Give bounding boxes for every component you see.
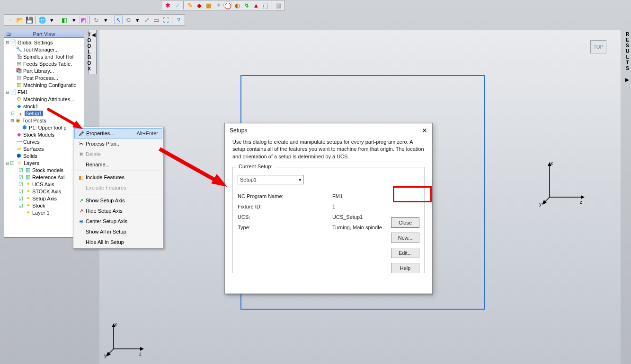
feat-icon-10[interactable]: ▲ (252, 1, 260, 9)
ctx-properties[interactable]: 🖉 PProperties...roperties... Alt+Enter (74, 128, 162, 139)
ctx-separator (75, 194, 161, 194)
tree-post-process[interactable]: ▤Post Process... (4, 74, 84, 81)
ctx-process-plan[interactable]: ✂Process Plan... (74, 139, 162, 149)
tree-part-library[interactable]: 📚Part Library... (4, 67, 84, 74)
dropdown-icon-2[interactable]: ▾ (70, 16, 78, 24)
center-axis-icon: ⊕ (76, 218, 86, 225)
svg-text:x: x (551, 161, 553, 166)
feat-icon-12[interactable]: ▥ (274, 1, 283, 9)
new-file-icon[interactable]: ▫ (6, 16, 15, 24)
feat-icon-11[interactable]: ⬚ (261, 1, 270, 9)
open-file-icon[interactable]: 📂 (16, 16, 24, 24)
tree-layer-stockaxis[interactable]: ✦STOCK Axis (4, 188, 84, 195)
save-icon[interactable]: 💾 (25, 16, 34, 24)
dropdown-icon[interactable]: ▾ (47, 16, 56, 24)
tree-layer-stockmodels[interactable]: ▥Stock models (4, 166, 84, 173)
dialog-shadow (225, 294, 433, 295)
dropdown-icon-4[interactable]: ▾ (133, 16, 142, 24)
part-view-title-text: Part View (33, 31, 55, 37)
axis-main: x z y (535, 159, 587, 211)
tree-machining-attr[interactable]: ⚙Machining Attributes... (4, 95, 84, 103)
ctx-delete: ✖Delete (74, 149, 162, 159)
svg-marker-4 (581, 195, 585, 199)
help-button[interactable]: Help (391, 263, 419, 273)
help-icon[interactable]: ? (174, 16, 183, 24)
chevron-down-icon: ▾ (299, 177, 302, 183)
tree-layer-stock[interactable]: ✦Stock (4, 202, 84, 209)
combo-value: Setup1 (240, 177, 257, 182)
svg-marker-13 (140, 347, 144, 351)
results-tab[interactable]: RESULTS ▶ (623, 30, 630, 84)
checkbox-checked-icon[interactable] (10, 160, 15, 165)
ctx-include[interactable]: ◧Include Features (74, 172, 162, 182)
tree-stock-models[interactable]: ◆Stock Models (4, 131, 84, 138)
kv-fixture: Fixture ID:1 (238, 201, 419, 212)
fieldset-legend: Current Setup: (237, 164, 275, 169)
tree-feeds[interactable]: ▤Feeds Speeds Table. (4, 60, 84, 67)
setup-dropdown[interactable]: Setup1 ▾ (238, 175, 304, 184)
ctx-rename[interactable]: Rename... (74, 159, 162, 170)
feat-icon-8[interactable]: ◐ (233, 1, 241, 9)
dropdown-icon-3[interactable]: ▾ (101, 16, 110, 24)
screen-icon[interactable]: ▭ (152, 16, 160, 24)
tree-tool-manager[interactable]: 🔧Tool Manager... (4, 46, 84, 53)
pointer-icon[interactable]: ↖ (114, 16, 123, 24)
tree-curves[interactable]: 〰Curves (4, 138, 84, 145)
tree-layer-layer1[interactable]: ✦Layer 1 (4, 209, 84, 216)
collapse-arrow-icon: ◀ (92, 32, 96, 37)
results-label: RESULTS (625, 32, 630, 71)
tree-stock1[interactable]: ◆stock1 (4, 103, 84, 110)
close-icon[interactable]: ✕ (422, 127, 427, 134)
feat-icon-4[interactable]: ◆ (195, 1, 204, 9)
globe-icon[interactable]: 🌐 (38, 16, 46, 24)
ctx-center-axis[interactable]: ⊕Center Setup Axis (74, 216, 162, 226)
tree-surfaces[interactable]: ▱Surfaces (4, 145, 84, 152)
feat-icon-2[interactable]: ⟋ (173, 1, 181, 9)
feat-icon-7[interactable]: ◯ (223, 1, 232, 9)
tree-machining-config[interactable]: ▥Machining Configuratio (4, 81, 84, 88)
part-view-tree[interactable]: ⊟📄Global Settings 🔧Tool Manager... 🗜Spin… (4, 38, 84, 217)
feat-icon-6[interactable]: ⌖ (214, 1, 222, 9)
ctx-separator (75, 171, 161, 171)
feat-icon-5[interactable]: ▦ (204, 1, 213, 9)
dialog-header: Setups ✕ (225, 123, 432, 138)
ctx-hide-all[interactable]: Hide All in Setup (74, 237, 162, 247)
tree-solids[interactable]: ⬢Solids (4, 152, 84, 159)
feat-icon-3[interactable]: ✎ (186, 1, 194, 9)
checkbox-checked-icon[interactable] (11, 111, 16, 116)
ctx-show-axis[interactable]: ↗Show Setup Axis (74, 195, 162, 206)
tree-layer-refaxis[interactable]: ▥Reference Axi (4, 173, 84, 181)
tree-global-settings[interactable]: ⊟📄Global Settings (4, 39, 84, 46)
close-button[interactable]: Close (391, 217, 419, 228)
tree-fm1[interactable]: ⊟📄FM1 (4, 88, 84, 95)
toolbox-tab[interactable]: ◀ TOOLBOX (88, 30, 97, 74)
part-view-panel: 🗂 Part View ⊟📄Global Settings 🔧Tool Mana… (4, 30, 84, 238)
tree-layer-setupaxis[interactable]: ✦Setup Axis (4, 195, 84, 202)
ctx-hide-axis[interactable]: ↗Hide Setup Axis (74, 206, 162, 216)
dialog-title: Setups (230, 127, 247, 134)
refresh-icon[interactable]: ↻ (92, 16, 100, 24)
view-top-badge[interactable]: TOP (590, 40, 606, 53)
svg-text:y: y (104, 353, 107, 358)
svg-text:z: z (580, 199, 582, 205)
rotate-icon[interactable]: ⟲ (124, 16, 132, 24)
tree-setup1[interactable]: ⬧Setup1 (4, 110, 84, 117)
tree-spindles[interactable]: 🗜Spindles and Tool Hol (4, 53, 84, 60)
feat-icon-9[interactable]: ↯ (242, 1, 251, 9)
tree-tool-posts[interactable]: ⊟◉Tool Posts (4, 117, 84, 124)
tree-p1[interactable]: ⬢P1: Upper tool p (4, 124, 84, 131)
tree-layers[interactable]: ⊟≋Layers (4, 159, 84, 166)
cube-icon[interactable]: ◧ (60, 16, 69, 24)
properties-icon: 🖉 (77, 130, 86, 136)
ctx-show-all[interactable]: Show All in Setup (74, 226, 162, 237)
accel-text: Alt+Enter (136, 130, 162, 136)
zoom-icon[interactable]: ⤢ (142, 16, 151, 24)
new-button[interactable]: New... (391, 233, 419, 243)
tree-layer-ucsaxis[interactable]: ✦UCS Axis (4, 181, 84, 188)
tree-icon: 🗂 (6, 31, 11, 37)
fit-icon[interactable]: ⛶ (161, 16, 170, 24)
edit-button[interactable]: Edit... (391, 248, 419, 258)
svg-text:z: z (139, 351, 142, 356)
pink-cube-icon[interactable]: ◩ (79, 16, 88, 24)
feat-icon-1[interactable]: ✱ (163, 1, 172, 9)
